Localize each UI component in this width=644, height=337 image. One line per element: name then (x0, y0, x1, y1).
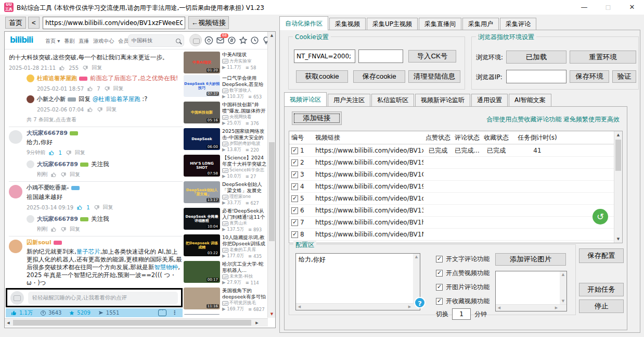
switch-开图片评论功能[interactable]: 开图片评论功能 (436, 280, 490, 294)
reply-link[interactable]: 回复 (70, 226, 80, 233)
keyword-link[interactable]: 智慧物种 (154, 264, 178, 271)
view-more-replies[interactable]: 共 7 条回复,点击查看 (27, 116, 183, 123)
cookie-value-input[interactable] (294, 49, 355, 63)
thumb-up-icon[interactable] (51, 227, 57, 232)
switch-开文字评论功能[interactable]: 开文字评论功能 (436, 252, 490, 266)
scroll-down-icon[interactable]: ▼ (614, 235, 622, 243)
tab-自动化操作区[interactable]: 自动化操作区 (279, 16, 328, 30)
reset-env-button[interactable]: 重置环境 (570, 51, 636, 64)
scroll-up-icon[interactable]: ▲ (413, 254, 420, 260)
table-row[interactable]: 6https://www.bilibili.com/video/BV13QQ8.… (289, 204, 622, 216)
scroll-up-icon[interactable]: ▲ (268, 32, 276, 39)
scrollbar-thumb[interactable] (615, 140, 621, 171)
search-input[interactable]: 中国科技 (132, 37, 152, 44)
table-row[interactable]: 7https://www.bilibili.com/video/BV1h5QaY… (289, 216, 622, 228)
coin-button[interactable]: 3643 (40, 310, 61, 316)
textarea-hscrollbar[interactable]: ◀ ▶ (296, 303, 420, 310)
refresh-icon[interactable]: ↺ (593, 209, 608, 224)
browser-vertical-scrollbar[interactable]: ▲ ▼ (267, 32, 275, 318)
save-config-button[interactable]: 保存配置 (579, 248, 624, 263)
more-options-icon[interactable]: ⋮ (172, 309, 177, 316)
thumb-down-icon[interactable] (60, 227, 66, 232)
switch-开收藏视频功能[interactable]: 开收藏视频功能 (436, 294, 490, 308)
favorite-button[interactable]: 5209 (69, 310, 90, 316)
like-button[interactable]: 1.1万 (11, 309, 33, 317)
minimize-button[interactable]: — (572, 0, 596, 15)
comment-text-area[interactable]: 给力,你好 (296, 254, 414, 304)
tab-视频新评论监听[interactable]: 视频新评论监听 (415, 94, 470, 106)
tab-采集用户[interactable]: 采集用户 (462, 18, 499, 30)
commenter-name[interactable]: 小鸡不爱吃香菜- (27, 184, 183, 192)
reply-link[interactable]: 回复 (106, 106, 117, 113)
switch-checkbox[interactable] (436, 298, 443, 305)
get-cookie-button[interactable]: 获取cookie (296, 70, 348, 83)
start-task-button[interactable]: 开始任务 (579, 283, 624, 296)
thumb-up-icon[interactable] (49, 150, 55, 156)
table-row[interactable]: 9https://www.bilibili.com/video/BV1XrQgY… (289, 240, 622, 243)
scroll-left-icon[interactable]: ◀ (296, 304, 303, 310)
tab-采集UP主视频[interactable]: 采集UP主视频 (367, 18, 418, 30)
row-checkbox[interactable] (291, 207, 298, 214)
table-row[interactable]: 2https://www.bilibili.com/video/BV1Sc9sY… (289, 156, 622, 168)
scrollbar-thumb[interactable] (269, 142, 275, 241)
commenter-name[interactable]: 大玩家666789 (27, 129, 183, 137)
avatar[interactable] (189, 34, 202, 46)
thumb-down-icon[interactable] (66, 150, 71, 156)
table-scrollbar[interactable]: ▲ ▼ (614, 131, 622, 243)
video-item[interactable]: 00:17哈尔滨工业大学-蛇形机器人...UP未来第-科技▶ 27.9万≡ 11… (184, 261, 267, 286)
table-row[interactable]: 1https://www.bilibili.com/video/BV1xzFWe… (289, 144, 622, 156)
maximize-button[interactable]: ◻ (596, 0, 620, 15)
reply-link[interactable]: 回复 (113, 85, 124, 92)
row-checkbox[interactable] (291, 171, 298, 178)
search-box[interactable]: 中国科技 (128, 34, 184, 47)
dynamic-icon[interactable] (227, 36, 236, 45)
help-icon[interactable]: ? (414, 297, 426, 308)
home-button[interactable]: 首页 (5, 17, 26, 29)
switch-开点赞视频功能[interactable]: 开点赞视频功能 (436, 266, 490, 280)
scroll-down-icon[interactable]: ▼ (560, 298, 566, 304)
switch-checkbox[interactable] (436, 256, 443, 263)
thumb-down-icon[interactable] (104, 86, 110, 92)
scroll-left-icon[interactable]: ◀ (496, 305, 503, 311)
video-item[interactable]: 03:58让deepseek挑战一下马科比难题UP酸奶KaORu▶ 104.2万… (184, 314, 267, 315)
thumb-down-icon[interactable] (94, 205, 99, 210)
keyword-link[interactable]: 量子芯片 (76, 248, 100, 255)
message-icon[interactable]: 68 (216, 36, 225, 45)
listbox-hscrollbar[interactable]: ◀ ▶ (496, 304, 566, 311)
table-row[interactable]: 4https://www.bilibili.com/video/BV19j9AY… (289, 180, 622, 192)
row-checkbox[interactable] (291, 219, 298, 226)
reply-link[interactable]: 回复 (103, 204, 113, 211)
comment-input[interactable]: 轻轻敲醒沉睡的心灵,让我看看你的点评 (28, 292, 178, 304)
commenter-name[interactable]: 杜甫追着茅屋跑 (37, 74, 87, 82)
video-item[interactable]: 中国科技创新05:16中国科技创新"井喷"爆发,国媒体炸开了锅UP央视网快看▶ … (184, 102, 267, 127)
row-checkbox[interactable] (291, 183, 298, 190)
thumb-up-icon[interactable] (87, 86, 93, 92)
verify-button[interactable]: 验证 (612, 70, 636, 83)
thumb-down-icon[interactable] (97, 107, 102, 113)
vip-home-icon[interactable] (204, 36, 213, 45)
avatar[interactable] (9, 185, 22, 198)
reply-link[interactable]: 回复 (70, 171, 80, 178)
row-checkbox[interactable] (291, 159, 298, 166)
table-row[interactable]: 3https://www.bilibili.com/video/BV1Q3wX.… (289, 168, 622, 180)
clear-login-button[interactable]: 清理登陆信息 (408, 70, 460, 83)
scroll-down-icon[interactable]: ▼ (268, 310, 276, 318)
table-row[interactable]: 5https://www.bilibili.com/video/BV1qqQ8Y… (289, 192, 622, 204)
browser-ip-input[interactable] (506, 70, 566, 83)
scroll-right-icon[interactable]: ▶ (553, 305, 560, 311)
favorites-star-icon[interactable] (239, 36, 248, 45)
avatar[interactable] (9, 130, 22, 144)
thumb-up-icon[interactable] (51, 172, 57, 178)
commenter-name[interactable]: 大玩家666789 (37, 215, 88, 223)
nav-item-番剧[interactable]: 番剧 (64, 38, 74, 45)
tab-通用设置[interactable]: 通用设置 (471, 94, 508, 106)
thumb-up-icon[interactable] (87, 107, 93, 113)
thumb-up-icon[interactable] (59, 65, 65, 71)
avatar[interactable] (27, 74, 34, 82)
nav-item-首页[interactable]: 首页 ▾ (45, 38, 60, 45)
comment-input-bar[interactable]: 轻轻敲醒沉睡的心灵,让我看看你的点评 (6, 288, 183, 307)
stop-button[interactable]: 停止 (579, 299, 624, 313)
table-row[interactable]: 8https://www.bilibili.com/video/BV1NGQv.… (289, 228, 622, 240)
search-icon[interactable] (176, 39, 181, 43)
share-button[interactable]: 1551 (98, 310, 119, 316)
